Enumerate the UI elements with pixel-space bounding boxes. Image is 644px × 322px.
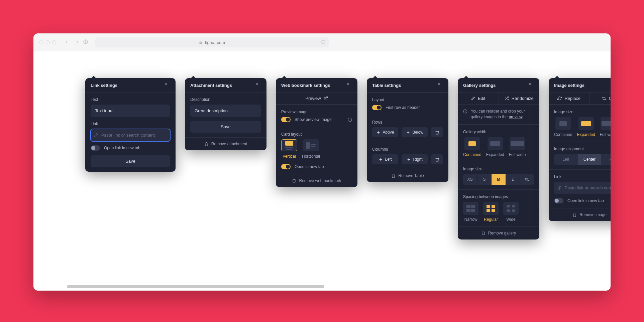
trash-icon <box>435 157 439 162</box>
horizontal-scrollbar[interactable] <box>67 285 324 288</box>
image-size-label: Image size <box>463 167 534 171</box>
close-icon[interactable] <box>437 82 443 88</box>
align-center-option[interactable]: Center <box>578 154 602 165</box>
plus-icon <box>379 157 383 162</box>
size-contained-option[interactable]: Contained <box>554 117 572 137</box>
replace-button[interactable]: Replace <box>549 93 590 104</box>
layout-vertical-option[interactable]: Vertical <box>281 139 297 159</box>
description-label: Description <box>190 97 261 102</box>
remove-bookmark-label: Remove web bookmark <box>299 178 341 183</box>
randomize-button[interactable]: Randomize <box>499 93 540 104</box>
reader-icon[interactable] <box>83 39 88 46</box>
close-icon[interactable] <box>528 82 534 88</box>
description-input[interactable] <box>190 105 261 117</box>
web-bookmark-settings-popover: Web bookmark settings Preview Preview im… <box>276 78 357 187</box>
spacing-regular-option[interactable]: Regular <box>483 202 499 222</box>
traffic-minimize[interactable] <box>46 40 50 44</box>
remove-image-button[interactable]: Remove image <box>549 208 611 221</box>
align-left-option[interactable]: Left <box>554 154 578 165</box>
link-text-input[interactable] <box>91 105 170 117</box>
save-button[interactable]: Save <box>91 155 170 167</box>
link-url-input[interactable] <box>101 130 167 140</box>
gallery-settings-title: Gallery settings <box>463 83 496 88</box>
size-l[interactable]: L <box>506 174 520 185</box>
preview-image-label: Preview image <box>281 110 352 114</box>
spacing-wide-option[interactable]: Wide <box>503 202 519 222</box>
preview-label: Preview <box>305 96 321 101</box>
open-new-tab-toggle[interactable] <box>281 164 291 169</box>
open-new-tab-toggle[interactable] <box>554 198 563 203</box>
spacing-narrow-option[interactable]: Narrow <box>463 202 478 222</box>
attachment-settings-title: Attachment settings <box>190 83 232 88</box>
add-row-above-button[interactable]: Above <box>372 127 398 137</box>
size-full-option[interactable]: Full width <box>600 117 611 137</box>
add-col-right-button[interactable]: Right <box>402 154 428 164</box>
plus-icon <box>407 157 411 162</box>
edit-button[interactable]: Edit <box>458 93 499 104</box>
remove-attachment-button[interactable]: Remove attachment <box>185 137 266 150</box>
back-button[interactable] <box>64 39 69 45</box>
attachment-settings-popover: Attachment settings Description Save Rem… <box>185 78 266 150</box>
size-expanded-option[interactable]: Expanded <box>577 117 595 137</box>
above-label: Above <box>383 130 394 135</box>
remove-gallery-label: Remove gallery <box>488 231 516 235</box>
plus-icon <box>406 130 410 135</box>
url-bar[interactable]: figma.com <box>95 37 329 47</box>
image-link-input-wrap[interactable] <box>554 182 611 194</box>
size-xl[interactable]: XL <box>520 174 534 185</box>
link-settings-title: Link settings <box>91 83 117 88</box>
preview-button[interactable]: Preview <box>276 93 357 104</box>
show-preview-toggle[interactable] <box>281 117 291 122</box>
layout-horizontal-option[interactable]: Horizontal <box>302 139 320 159</box>
trash-icon <box>292 179 296 183</box>
gallery-width-label: Gallery width <box>463 130 534 134</box>
link-url-input-wrap[interactable] <box>91 129 170 141</box>
add-col-left-button[interactable]: Left <box>372 154 398 164</box>
size-m[interactable]: M <box>492 174 506 185</box>
nav-arrows <box>64 39 80 45</box>
show-preview-label: Show preview image <box>295 117 332 122</box>
close-icon[interactable] <box>255 82 261 88</box>
image-settings-title: Image settings <box>554 83 584 88</box>
web-bookmark-title: Web bookmark settings <box>281 83 330 88</box>
width-full-option[interactable]: Full width <box>509 137 526 157</box>
add-row-below-button[interactable]: Below <box>402 127 428 137</box>
crop-button[interactable]: Crop <box>590 93 611 104</box>
first-row-header-toggle[interactable] <box>372 105 382 110</box>
close-icon[interactable] <box>346 82 352 88</box>
traffic-maximize[interactable] <box>52 40 56 44</box>
remove-table-button[interactable]: Remove Table <box>367 169 448 182</box>
preview-link[interactable]: preview <box>509 115 522 119</box>
delete-col-button[interactable] <box>431 154 443 164</box>
open-new-tab-label: Open link in new tab <box>567 198 604 203</box>
reload-icon[interactable] <box>321 40 326 45</box>
width-expanded-option[interactable]: Expanded <box>486 137 504 157</box>
info-icon[interactable] <box>348 118 352 122</box>
open-new-tab-toggle[interactable] <box>91 145 100 151</box>
image-link-input[interactable] <box>564 183 611 193</box>
replace-icon <box>557 96 562 101</box>
remove-gallery-button[interactable]: Remove gallery <box>458 226 539 239</box>
alignment-label: Image alignment <box>554 147 611 151</box>
size-s[interactable]: S <box>477 174 492 185</box>
link-label: Link <box>554 174 611 179</box>
close-icon[interactable] <box>164 82 170 88</box>
alignment-segment: Left Center Right <box>554 154 611 165</box>
delete-row-button[interactable] <box>431 127 443 137</box>
left-label: Left <box>385 157 392 162</box>
align-right-option[interactable]: Right <box>601 154 611 165</box>
width-contained-option[interactable]: Contained <box>463 137 481 157</box>
forward-button[interactable] <box>75 39 80 45</box>
remove-bookmark-button[interactable]: Remove web bookmark <box>276 174 357 187</box>
traffic-close[interactable] <box>39 40 43 44</box>
save-button[interactable]: Save <box>190 121 261 133</box>
pencil-icon <box>471 96 475 101</box>
image-size-segment: XS S M L XL <box>463 174 534 185</box>
open-new-tab-label: Open link in new tab <box>104 146 140 150</box>
card-layout-label: Card layout <box>281 132 352 137</box>
size-xs[interactable]: XS <box>463 174 477 185</box>
trash-icon <box>572 213 577 217</box>
svg-line-8 <box>325 97 327 99</box>
layout-horizontal-label: Horizontal <box>302 154 320 159</box>
trash-icon <box>435 130 439 135</box>
